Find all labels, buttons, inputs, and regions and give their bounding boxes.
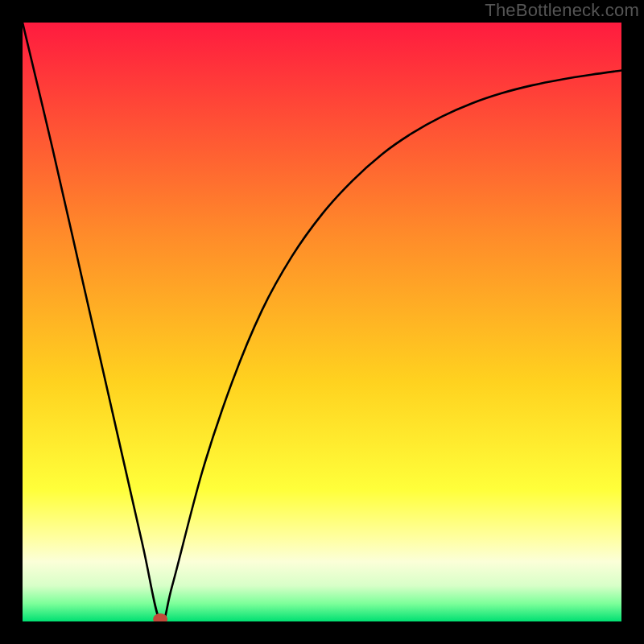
gradient-background bbox=[23, 23, 621, 621]
plot-area bbox=[23, 23, 621, 621]
chart-svg bbox=[23, 23, 621, 621]
watermark-text: TheBottleneck.com bbox=[485, 0, 639, 21]
chart-frame: TheBottleneck.com bbox=[0, 0, 644, 644]
